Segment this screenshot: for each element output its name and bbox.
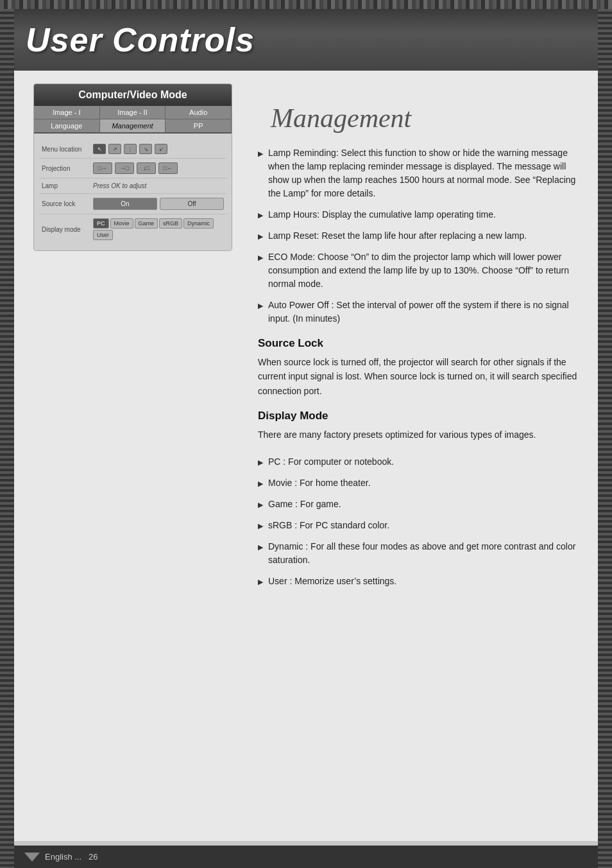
source-lock-off-button[interactable]: Off <box>160 198 224 210</box>
bullet-arrow-2: ▶ <box>258 210 263 221</box>
bullet-eco-mode: ▶ ECO Mode: Choose “On” to dim the proje… <box>258 250 579 291</box>
tabs-row-1: Image - I Image - II Audio <box>34 106 232 119</box>
bullet-arrow-3: ▶ <box>258 231 263 242</box>
display-mode-label: Display mode <box>42 226 93 233</box>
menu-loc-btn-5[interactable]: ↙ <box>155 144 167 154</box>
bullet-arrow-1: ▶ <box>258 148 263 159</box>
tab-image-i[interactable]: Image - I <box>34 106 100 119</box>
management-heading: Management <box>271 103 579 134</box>
bullet-arrow-5: ▶ <box>258 300 263 311</box>
bullet-arrow-dm-5: ▶ <box>258 542 263 553</box>
footer-language: English ... 26 <box>45 852 98 862</box>
display-mode-text: There are many factory presets optimized… <box>258 428 579 442</box>
menu-row-source-lock: Source lock On Off <box>39 194 226 214</box>
left-sidebar-decoration <box>0 9 14 868</box>
menu-location-controls: ↖ ↗ ⋮ ↘ ↙ <box>93 144 167 154</box>
tab-language[interactable]: Language <box>34 119 100 132</box>
bullet-lamp-hours: ▶ Lamp Hours: Display the cumulative lam… <box>258 208 579 221</box>
footer-page-number: 26 <box>89 852 98 862</box>
menu-content: Menu location ↖ ↗ ⋮ ↘ ↙ Projection □→ →□ <box>34 134 232 250</box>
bullet-game-text: Game : For game. <box>268 498 341 511</box>
display-mode-buttons: PC Movie Game sRGB Dynamic User <box>93 218 224 240</box>
bullet-arrow-dm-1: ▶ <box>258 457 263 468</box>
menu-row-display-mode: Display mode PC Movie Game sRGB Dynamic … <box>39 214 226 244</box>
bullet-lamp-reset: ▶ Lamp Reset: Reset the lamp life hour a… <box>258 229 579 243</box>
display-mode-user[interactable]: User <box>93 230 113 240</box>
menu-loc-btn-4[interactable]: ↘ <box>139 144 152 154</box>
bullet-dynamic-text: Dynamic : For all these four modes as ab… <box>268 540 579 567</box>
lamp-bullet-list: ▶ Lamp Reminding: Select this function t… <box>258 146 579 326</box>
bullet-srgb: ▶ sRGB : For PC standard color. <box>258 519 579 532</box>
bullet-arrow-dm-3: ▶ <box>258 499 263 510</box>
source-lock-heading: Source Lock <box>258 337 579 350</box>
right-sidebar-decoration <box>598 9 612 868</box>
bullet-arrow-dm-6: ▶ <box>258 577 263 587</box>
tabs-row-2: Language Management PP <box>34 119 232 134</box>
tab-management[interactable]: Management <box>100 119 166 132</box>
header: User Controls <box>0 9 612 71</box>
display-mode-srgb[interactable]: sRGB <box>159 218 182 229</box>
bullet-game: ▶ Game : For game. <box>258 498 579 511</box>
menu-row-lamp: Lamp Press OK to adjust <box>39 178 226 194</box>
bullet-eco-mode-text: ECO Mode: Choose “On” to dim the project… <box>268 250 579 291</box>
menu-row-location: Menu location ↖ ↗ ⋮ ↘ ↙ <box>39 140 226 159</box>
bullet-movie-text: Movie : For home theater. <box>268 476 371 490</box>
display-mode-bullet-list: ▶ PC : For computer or notebook. ▶ Movie… <box>258 455 579 588</box>
menu-loc-btn-1[interactable]: ↖ <box>93 144 106 154</box>
bullet-lamp-hours-text: Lamp Hours: Display the cumulative lamp … <box>268 208 496 221</box>
footer-language-text: English ... <box>45 852 81 862</box>
proj-btn-3[interactable]: ↓□ <box>137 162 156 174</box>
main-content: Computer/Video Mode Image - I Image - II… <box>14 71 598 841</box>
menu-location-label: Menu location <box>42 146 93 153</box>
bullet-user: ▶ User : Memorize user’s settings. <box>258 575 579 588</box>
bullet-pc: ▶ PC : For computer or notebook. <box>258 455 579 469</box>
cv-mode-title: Computer/Video Mode <box>34 84 232 106</box>
bullet-auto-power-off-text: Auto Power Off : Set the interval of pow… <box>268 299 579 326</box>
bullet-arrow-dm-2: ▶ <box>258 478 263 489</box>
lamp-label: Lamp <box>42 182 93 189</box>
menu-loc-btn-2[interactable]: ↗ <box>108 144 121 154</box>
bullet-dynamic: ▶ Dynamic : For all these four modes as … <box>258 540 579 567</box>
proj-btn-4[interactable]: □← <box>158 162 178 174</box>
nav-arrow-down[interactable] <box>24 853 40 862</box>
bullet-movie: ▶ Movie : For home theater. <box>258 476 579 490</box>
source-lock-on-button[interactable]: On <box>93 198 157 210</box>
projection-label: Projection <box>42 165 93 172</box>
left-panel: Computer/Video Mode Image - I Image - II… <box>33 83 232 803</box>
bullet-lamp-reset-text: Lamp Reset: Reset the lamp life hour aft… <box>268 229 527 243</box>
tab-pp[interactable]: PP <box>166 119 232 132</box>
tab-audio[interactable]: Audio <box>166 106 232 119</box>
bullet-arrow-4: ▶ <box>258 252 263 263</box>
source-lock-label: Source lock <box>42 200 93 207</box>
source-lock-text: When source lock is turned off, the proj… <box>258 355 579 398</box>
source-lock-controls: On Off <box>93 198 224 210</box>
bullet-arrow-dm-4: ▶ <box>258 521 263 532</box>
display-mode-dynamic[interactable]: Dynamic <box>183 218 214 229</box>
projection-controls: □→ →□ ↓□ □← <box>93 162 178 174</box>
bullet-lamp-reminding-text: Lamp Reminding: Select this function to … <box>268 146 579 200</box>
bullet-pc-text: PC : For computer or notebook. <box>268 455 394 469</box>
cv-mode-box: Computer/Video Mode Image - I Image - II… <box>33 83 232 251</box>
display-mode-heading: Display Mode <box>258 410 579 422</box>
top-decorative-bar <box>0 0 612 9</box>
display-mode-game[interactable]: Game <box>135 218 158 229</box>
bullet-lamp-reminding: ▶ Lamp Reminding: Select this function t… <box>258 146 579 200</box>
bullet-auto-power-off: ▶ Auto Power Off : Set the interval of p… <box>258 299 579 326</box>
proj-btn-2[interactable]: →□ <box>115 162 134 174</box>
lamp-text: Press OK to adjust <box>93 182 146 189</box>
display-mode-movie[interactable]: Movie <box>110 218 133 229</box>
menu-row-projection: Projection □→ →□ ↓□ □← <box>39 159 226 178</box>
bullet-user-text: User : Memorize user’s settings. <box>268 575 396 588</box>
display-mode-pc[interactable]: PC <box>93 218 109 229</box>
page-title: User Controls <box>26 21 593 59</box>
menu-loc-btn-3[interactable]: ⋮ <box>124 144 137 154</box>
right-panel: Management ▶ Lamp Reminding: Select this… <box>245 83 579 803</box>
bullet-srgb-text: sRGB : For PC standard color. <box>268 519 389 532</box>
proj-btn-1[interactable]: □→ <box>93 162 112 174</box>
footer-bar: English ... 26 <box>14 846 598 868</box>
tab-image-ii[interactable]: Image - II <box>100 106 166 119</box>
